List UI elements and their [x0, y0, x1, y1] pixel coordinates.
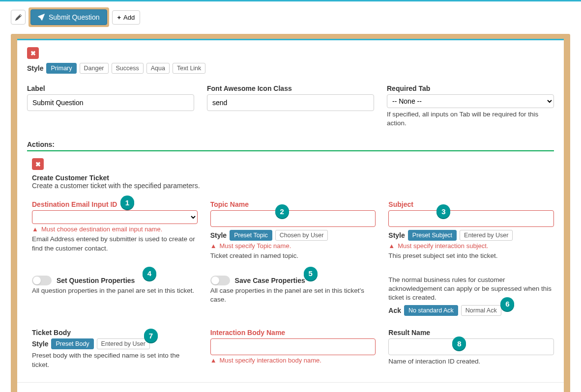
interaction-body-label: Interaction Body Name: [210, 329, 376, 336]
ticket-body-pill-user[interactable]: Entered by User: [97, 338, 150, 349]
save-case-props-help: All case properties in the panel are set…: [210, 286, 376, 304]
annotation-badge: 6: [500, 297, 514, 311]
save-case-props-toggle[interactable]: [210, 276, 230, 285]
result-name-input[interactable]: [388, 338, 554, 355]
set-question-props-label: Set Question Properties: [57, 277, 135, 284]
dest-email-help: Email Address entered by submitter is us…: [32, 235, 198, 252]
warning-icon: ▲: [388, 242, 395, 250]
topic-pill-user[interactable]: Chosen by User: [275, 230, 328, 241]
topic-help: Ticket created in named topic.: [210, 252, 376, 260]
dest-email-label: Destination Email Input ID: [32, 200, 198, 208]
style-option-textlink[interactable]: Text Link: [173, 63, 205, 74]
edit-button[interactable]: [11, 10, 26, 25]
annotation-badge: 5: [304, 267, 318, 280]
ticket-body-pill-preset[interactable]: Preset Body: [51, 338, 93, 349]
subject-style-label: Style: [388, 231, 405, 239]
style-option-success[interactable]: Success: [112, 63, 144, 74]
top-accent-bar: [0, 0, 581, 1]
add-button[interactable]: + Add: [112, 10, 141, 25]
action-subtitle: Create a customer ticket with the specif…: [32, 182, 554, 190]
result-name-label: Result Name: [388, 329, 554, 336]
ack-pill-normal[interactable]: Normal Ack: [461, 305, 501, 316]
submit-question-label: Submit Question: [49, 13, 100, 21]
submit-question-wrap: Submit Question: [29, 7, 109, 27]
ack-help: The normal business rules for customer a…: [388, 276, 554, 303]
ticket-body-help: Preset body with the specified name is s…: [32, 351, 198, 369]
topic-name-label: Topic Name: [210, 200, 376, 208]
dest-email-error: ▲ Must choose destination email input na…: [32, 225, 198, 233]
subject-pill-user[interactable]: Entered by User: [460, 230, 513, 241]
divider: [17, 382, 564, 383]
topic-pill-preset[interactable]: Preset Topic: [230, 230, 272, 241]
pencil-icon: [15, 14, 22, 21]
close-icon: ✖: [35, 161, 41, 168]
topic-name-input[interactable]: [210, 210, 376, 227]
subject-pill-preset[interactable]: Preset Subject: [408, 230, 457, 241]
warning-icon: ▲: [210, 242, 217, 250]
subject-input[interactable]: [388, 210, 554, 227]
add-action-row: Add Action: Set Contact Properties Custo…: [17, 390, 564, 392]
annotation-badge: 2: [275, 204, 289, 218]
style-label: Style: [27, 64, 43, 72]
interaction-body-error: ▲ Must specify interaction body name.: [210, 357, 376, 364]
submit-question-button[interactable]: Submit Question: [30, 9, 107, 25]
delete-action-button[interactable]: ✖: [32, 158, 44, 170]
actions-divider-line: [27, 150, 554, 151]
subject-error: ▲ Must specify interaction subject.: [388, 242, 554, 250]
close-icon: ✖: [30, 50, 36, 57]
subject-label: Subject: [388, 200, 554, 208]
ack-pill-nostd[interactable]: No standard Ack: [404, 305, 458, 316]
delete-button-top[interactable]: ✖: [27, 47, 39, 59]
label-field-label: Label: [27, 84, 194, 92]
topic-error: ▲ Must specify Topic name.: [210, 242, 376, 250]
action-title: Create Customer Ticket: [32, 174, 554, 182]
save-case-props-label: Save Case Properties: [235, 277, 305, 284]
add-button-label: Add: [123, 14, 135, 21]
actions-heading: Actions:: [27, 140, 554, 148]
topic-style-label: Style: [210, 231, 227, 239]
warning-icon: ▲: [210, 357, 217, 364]
result-name-help: Name of interaction ID created.: [388, 357, 554, 366]
label-input[interactable]: [27, 94, 194, 111]
plus-icon: +: [117, 14, 121, 21]
style-option-danger[interactable]: Danger: [80, 63, 109, 74]
set-question-props-help: All question properties in the panel are…: [32, 286, 198, 295]
icon-class-label: Font Awesome Icon Class: [207, 84, 374, 92]
warning-icon: ▲: [32, 225, 38, 233]
header-row: Submit Question + Add: [11, 7, 570, 27]
style-option-primary[interactable]: Primary: [46, 63, 76, 74]
style-option-aqua[interactable]: Aqua: [146, 63, 170, 74]
dest-email-select[interactable]: [32, 210, 198, 224]
send-icon: [38, 14, 45, 21]
icon-class-input[interactable]: [207, 94, 374, 111]
ack-label: Ack: [388, 307, 401, 314]
style-selector-row: Style Primary Danger Success Aqua Text L…: [27, 63, 554, 74]
required-tab-help: If specified, all inputs on Tab will be …: [387, 110, 554, 128]
interaction-body-input[interactable]: [210, 338, 376, 355]
annotation-badge: 4: [143, 267, 156, 280]
set-question-props-toggle[interactable]: [32, 276, 52, 285]
subject-help: This preset subject set into the ticket.: [388, 252, 554, 260]
required-tab-select[interactable]: -- None --: [387, 94, 554, 108]
required-tab-label: Required Tab: [387, 84, 554, 92]
ticket-body-style-label: Style: [32, 340, 48, 348]
main-config-panel: ✖ Style Primary Danger Success Aqua Text…: [11, 34, 570, 392]
ticket-body-label: Ticket Body: [32, 329, 198, 336]
